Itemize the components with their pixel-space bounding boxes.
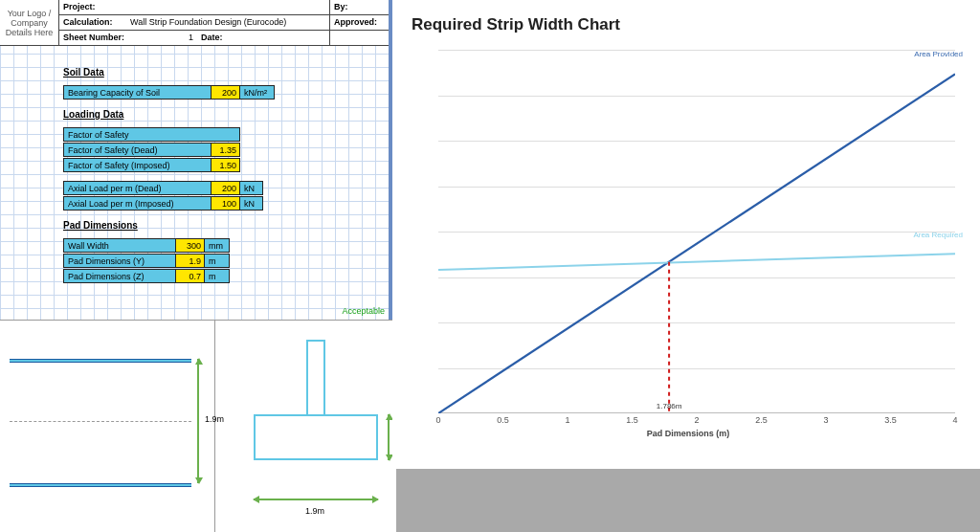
fos-imposed-label: Factor of Safety (Imposed) [63, 158, 212, 172]
title-block: Your Logo / Company Details Here Project… [0, 0, 389, 46]
axial-imposed-input[interactable]: 100 [212, 196, 240, 211]
chart-panel: Required Strip Width Chart Area Provided… [392, 0, 980, 469]
bearing-capacity-label: Bearing Capacity of Soil [63, 85, 212, 100]
right-pane: Required Strip Width Chart Area Provided… [392, 0, 980, 532]
footing-base [254, 414, 378, 460]
app-root: Your Logo / Company Details Here Project… [0, 0, 980, 532]
diagram-panel: 1.9m 0.7m 1.9m [0, 320, 396, 532]
soil-data-heading: Soil Data [63, 67, 389, 78]
chart-lines [438, 50, 955, 413]
strip-centreline [10, 421, 191, 422]
cross-section-view: 0.7m 1.9m [215, 321, 396, 532]
header-rows: Project: By: Calculation: Wall Strip Fou… [59, 0, 389, 45]
cross-y-dimension: 1.9m [254, 499, 378, 500]
factor-of-safety-label: Factor of Safety [63, 127, 240, 142]
by-label: By: [329, 0, 389, 14]
pad-y-unit: m [205, 254, 230, 268]
loading-data-heading: Loading Data [63, 109, 389, 120]
axial-dead-unit: kN [240, 181, 263, 195]
x-axis-label: Pad Dimensions (m) [415, 429, 961, 438]
chart-title: Required Strip Width Chart [412, 15, 961, 34]
cross-z-dimension: 0.7m [388, 414, 390, 460]
calculation-value[interactable]: Wall Strip Foundation Design (Eurocode) [126, 15, 329, 30]
logo-placeholder: Your Logo / Company Details Here [0, 0, 59, 45]
approved-value[interactable] [329, 31, 389, 45]
wall-width-unit: mm [205, 238, 230, 253]
pad-y-label: Pad Dimensions (Y) [63, 254, 176, 268]
plot-area: Area Provided Area Required 00.511.522.5… [415, 44, 961, 446]
legend-area-required: Area Required [913, 231, 963, 239]
fos-imposed-input[interactable]: 1.50 [212, 158, 240, 172]
bearing-capacity-unit: kN/m² [240, 85, 275, 100]
date-value[interactable] [228, 31, 329, 45]
wall-stem [306, 340, 325, 416]
intersection-label: 1.786m [657, 402, 682, 410]
status-badge: Acceptable [342, 306, 385, 316]
wall-width-input[interactable]: 300 [176, 238, 205, 253]
strip-edge-top [10, 359, 191, 363]
input-sections: Soil Data Bearing Capacity of Soil 200 k… [0, 46, 389, 283]
cross-section: 0.7m 1.9m [254, 340, 378, 502]
approved-label: Approved: [329, 15, 389, 30]
pad-dimensions-heading: Pad Dimensions [63, 220, 389, 231]
pad-z-unit: m [205, 269, 230, 283]
strip-edge-bottom [10, 483, 191, 487]
sheet-number-label: Sheet Number: [59, 31, 138, 45]
fos-dead-input[interactable]: 1.35 [212, 143, 240, 157]
axial-dead-label: Axial Load per m (Dead) [63, 181, 212, 195]
project-value[interactable] [111, 0, 329, 14]
bearing-capacity-input[interactable]: 200 [212, 85, 240, 100]
axial-imposed-label: Axial Load per m (Imposed) [63, 196, 212, 211]
plan-view: 1.9m [0, 321, 215, 532]
sheet-number-value[interactable]: 1 [138, 31, 197, 45]
project-label: Project: [59, 0, 111, 14]
pad-z-input[interactable]: 0.7 [176, 269, 205, 283]
wall-width-label: Wall Width [63, 238, 176, 253]
pad-y-input[interactable]: 1.9 [176, 254, 205, 268]
axial-dead-input[interactable]: 200 [212, 181, 240, 195]
plan-y-dimension: 1.9m [197, 359, 199, 483]
legend-area-provided: Area Provided [914, 50, 963, 58]
pad-z-label: Pad Dimensions (Z) [63, 269, 176, 283]
date-label: Date: [197, 31, 228, 45]
calculation-label: Calculation: [59, 15, 126, 30]
left-pane: Your Logo / Company Details Here Project… [0, 0, 392, 532]
cross-y-value: 1.9m [305, 506, 324, 516]
fos-dead-label: Factor of Safety (Dead) [63, 143, 212, 157]
axial-imposed-unit: kN [240, 196, 263, 211]
